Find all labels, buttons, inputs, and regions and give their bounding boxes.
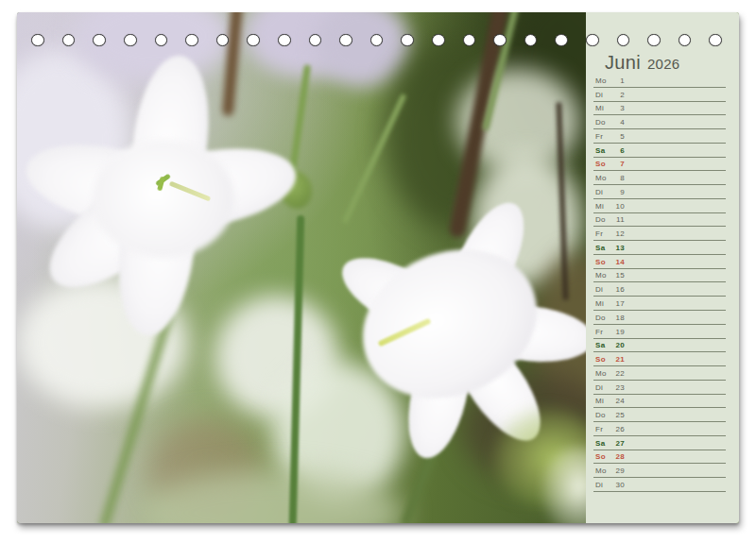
day-abbr: Fr: [595, 132, 613, 141]
day-row: Di16: [593, 282, 726, 297]
day-row: Do4: [593, 115, 726, 129]
day-abbr: Sa: [595, 341, 613, 349]
day-row: Do25: [593, 408, 726, 422]
day-abbr: Fr: [595, 328, 613, 336]
day-row: Fr12: [593, 227, 726, 241]
day-row: Do11: [593, 213, 726, 228]
day-number: 15: [613, 271, 625, 280]
day-row: Sa6: [593, 144, 726, 158]
day-abbr: Do: [595, 314, 613, 322]
bellflower-photo: [17, 12, 586, 523]
day-row: Mo15: [593, 269, 726, 283]
binding-hole: [216, 34, 230, 47]
day-abbr: Di: [595, 481, 613, 489]
day-number: 22: [613, 369, 625, 378]
day-abbr: Di: [595, 188, 613, 196]
day-number: 4: [613, 118, 625, 127]
day-number: 13: [613, 244, 625, 252]
day-abbr: Sa: [595, 244, 613, 252]
day-abbr: Mo: [595, 467, 613, 475]
day-abbr: Di: [595, 91, 613, 99]
day-row: Mi3: [593, 102, 726, 116]
day-row: So28: [593, 450, 726, 465]
calendar-product-shot: Juni2026 Mo1Di2Mi3Do4Fr5Sa6So7Mo8Di9Mi10…: [0, 0, 756, 543]
day-row: Do18: [593, 311, 726, 325]
day-number: 19: [613, 328, 625, 336]
day-number: 3: [613, 104, 625, 112]
day-abbr: Do: [595, 118, 613, 127]
day-number: 28: [613, 452, 625, 461]
day-row: Di30: [593, 478, 726, 492]
flower-center: [93, 140, 234, 258]
binding-hole: [709, 34, 722, 47]
day-abbr: So: [595, 452, 613, 461]
binding-hole: [62, 34, 76, 47]
day-number: 1: [613, 76, 625, 85]
day-row: Mi10: [593, 199, 726, 213]
day-number: 17: [613, 299, 625, 308]
day-number: 18: [613, 314, 625, 322]
day-abbr: Mi: [595, 104, 613, 112]
binding-hole: [278, 34, 291, 47]
day-number: 12: [613, 229, 625, 238]
day-abbr: So: [595, 258, 613, 266]
day-abbr: Di: [595, 285, 613, 294]
day-row: Sa27: [593, 436, 726, 450]
day-row: So7: [593, 158, 726, 172]
day-abbr: Sa: [595, 439, 613, 448]
day-abbr: Mi: [595, 397, 613, 405]
day-abbr: Fr: [595, 425, 613, 433]
binding-hole: [93, 34, 106, 47]
binding-hole: [617, 34, 630, 47]
day-abbr: Mo: [595, 271, 613, 280]
day-abbr: Di: [595, 383, 613, 392]
day-number: 6: [613, 146, 625, 155]
day-row: Di23: [593, 381, 726, 395]
binding-hole: [493, 34, 507, 47]
day-row: So21: [593, 352, 726, 366]
binding-hole: [124, 34, 137, 47]
binding-hole: [463, 34, 476, 47]
day-row: Mo1: [593, 74, 726, 88]
day-number: 24: [613, 397, 625, 405]
day-abbr: Fr: [595, 229, 613, 238]
day-number: 21: [613, 355, 625, 364]
day-row: Di9: [593, 185, 726, 199]
day-number: 10: [613, 202, 625, 211]
day-row: Mo22: [593, 366, 726, 381]
day-number: 8: [613, 174, 625, 182]
day-number: 26: [613, 425, 625, 433]
binding-hole: [339, 34, 352, 47]
day-row: Mi24: [593, 395, 726, 409]
binding-holes: [17, 12, 739, 69]
day-row: Mo8: [593, 171, 726, 185]
day-abbr: Do: [595, 411, 613, 419]
binding-hole: [185, 34, 198, 47]
day-number: 7: [613, 160, 625, 168]
day-abbr: Mo: [595, 369, 613, 378]
day-abbr: Do: [595, 215, 613, 224]
binding-hole: [31, 34, 44, 47]
day-number: 29: [613, 467, 625, 475]
day-number: 11: [613, 215, 625, 224]
calendar-page: Juni2026 Mo1Di2Mi3Do4Fr5Sa6So7Mo8Di9Mi10…: [17, 12, 739, 523]
day-row: Di2: [593, 88, 726, 102]
day-row: Sa20: [593, 339, 726, 353]
date-panel: Juni2026 Mo1Di2Mi3Do4Fr5Sa6So7Mo8Di9Mi10…: [586, 12, 739, 523]
day-abbr: So: [595, 160, 613, 168]
binding-hole: [370, 34, 384, 47]
day-abbr: Mo: [595, 174, 613, 182]
day-abbr: So: [595, 355, 613, 364]
day-number: 9: [613, 188, 625, 196]
day-row: Sa13: [593, 241, 726, 255]
bellflower-left: [26, 55, 301, 338]
day-abbr: Mi: [595, 299, 613, 308]
day-number: 27: [613, 439, 625, 448]
binding-hole: [524, 34, 538, 47]
day-row: Fr26: [593, 422, 726, 436]
binding-hole: [647, 34, 661, 47]
binding-hole: [247, 34, 260, 47]
day-number: 20: [613, 341, 625, 349]
day-number: 25: [613, 411, 625, 419]
binding-hole: [309, 34, 322, 47]
